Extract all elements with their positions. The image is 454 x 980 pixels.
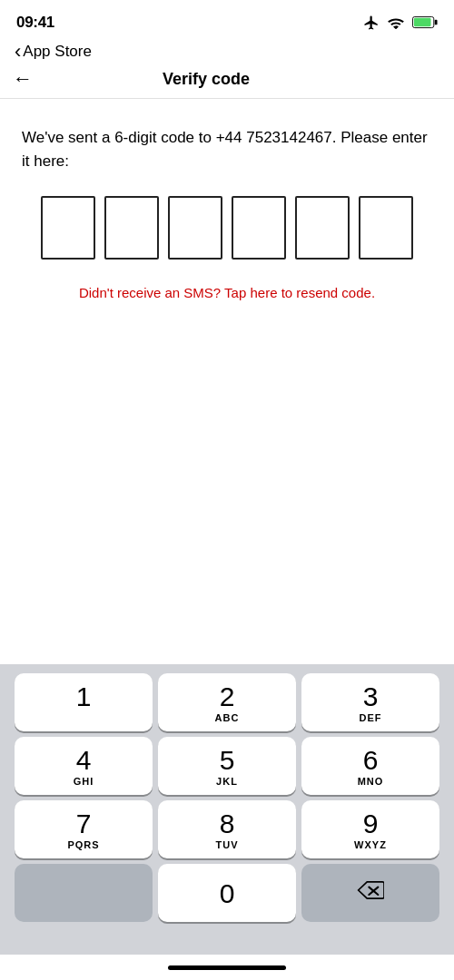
status-icons <box>363 15 438 31</box>
code-box-4[interactable] <box>232 196 286 260</box>
keyboard-row-1: 1 2 ABC 3 DEF <box>4 673 450 731</box>
key-1[interactable]: 1 <box>15 673 153 731</box>
home-indicator <box>0 955 454 980</box>
page-title: Verify code <box>35 70 378 89</box>
back-chevron-top: ‹ <box>15 40 21 64</box>
svg-rect-2 <box>435 20 438 25</box>
key-2[interactable]: 2 ABC <box>158 673 296 731</box>
main-content: We've sent a 6-digit code to +44 7523142… <box>0 99 454 492</box>
app-store-nav[interactable]: ‹ App Store <box>0 40 454 65</box>
instruction-text: We've sent a 6-digit code to +44 7523142… <box>22 126 432 172</box>
delete-button[interactable] <box>301 864 439 922</box>
svg-rect-1 <box>414 18 431 26</box>
key-7[interactable]: 7 PQRS <box>15 800 153 858</box>
key-5[interactable]: 5 JKL <box>158 737 296 795</box>
code-box-3[interactable] <box>168 196 222 260</box>
status-time: 09:41 <box>16 14 54 32</box>
key-4[interactable]: 4 GHI <box>15 737 153 795</box>
app-store-label[interactable]: App Store <box>23 43 92 61</box>
battery-icon <box>412 16 438 29</box>
airplane-icon <box>363 15 380 31</box>
status-bar: 09:41 <box>0 0 454 40</box>
key-empty <box>15 864 153 922</box>
code-box-6[interactable] <box>359 196 413 260</box>
keyboard: 1 2 ABC 3 DEF 4 GHI 5 JKL 6 MNO 7 PQRS <box>0 664 454 955</box>
key-9[interactable]: 9 WXYZ <box>301 800 439 858</box>
code-input-area[interactable] <box>22 196 432 260</box>
back-arrow-icon: ← <box>13 69 33 89</box>
code-box-2[interactable] <box>104 196 159 260</box>
home-bar <box>168 965 286 970</box>
key-0[interactable]: 0 <box>158 864 296 922</box>
key-8[interactable]: 8 TUV <box>158 800 296 858</box>
wifi-icon <box>387 16 405 29</box>
delete-icon <box>357 880 384 906</box>
code-box-1[interactable] <box>41 196 95 260</box>
back-button[interactable]: ← <box>13 69 35 89</box>
keyboard-row-3: 7 PQRS 8 TUV 9 WXYZ <box>4 800 450 858</box>
key-6[interactable]: 6 MNO <box>301 737 439 795</box>
code-box-5[interactable] <box>295 196 350 260</box>
keyboard-row-2: 4 GHI 5 JKL 6 MNO <box>4 737 450 795</box>
key-3[interactable]: 3 DEF <box>301 673 439 731</box>
keyboard-row-bottom: 0 <box>4 864 450 922</box>
resend-link[interactable]: Didn't receive an SMS? Tap here to resen… <box>22 285 432 300</box>
nav-bar: ← Verify code <box>0 65 454 99</box>
